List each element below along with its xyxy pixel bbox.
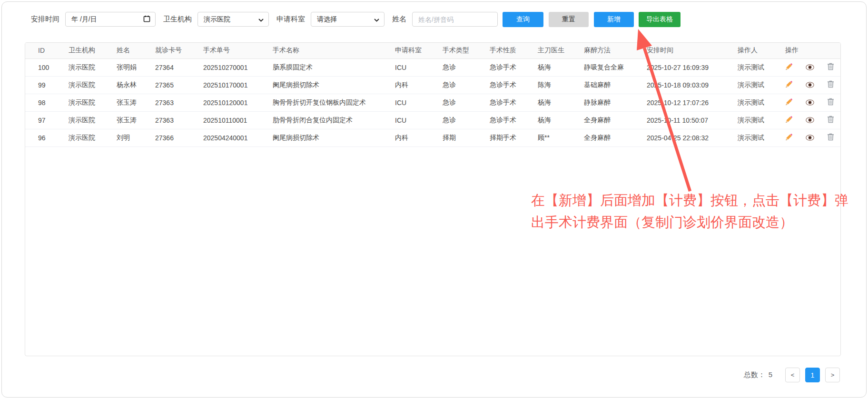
edit-icon[interactable]: [785, 116, 793, 123]
cell-org: 演示医院: [69, 76, 117, 94]
cell-surgeon: 杨海: [538, 58, 584, 76]
cell-actions: [785, 76, 841, 94]
annotation-text: 在【新增】后面增加【计费】按钮，点击【计费】弹出手术计费界面（复制门诊划价界面改…: [531, 189, 860, 233]
schedule-date-input[interactable]: 年 /月/日: [65, 12, 156, 27]
cell-order-no: 202510270001: [203, 58, 273, 76]
table-row: 99 演示医院 杨永林 27365 202510170001 阑尾病损切除术 内…: [25, 76, 841, 94]
edit-icon[interactable]: [785, 133, 793, 141]
dept-select[interactable]: 请选择: [311, 12, 385, 27]
delete-icon[interactable]: [827, 63, 834, 70]
cell-surgery-name: 肠系膜固定术: [273, 58, 395, 76]
cell-patient-name: 张玉涛: [117, 111, 155, 129]
cell-schedule-time: 2025-10-11 10:50:07: [647, 111, 738, 129]
cell-surgery-nature: 急诊手术: [490, 94, 538, 111]
cell-surgery-type: 急诊: [443, 94, 490, 111]
view-icon[interactable]: [806, 99, 814, 106]
cell-card-no: 27363: [155, 94, 203, 111]
table-row: 97 演示医院 张玉涛 27363 202510110001 肋骨骨折闭合复位内…: [25, 111, 841, 129]
cell-patient-name: 杨永林: [117, 76, 155, 94]
cell-anesthesia: 基础麻醉: [584, 76, 647, 94]
view-icon[interactable]: [806, 64, 814, 70]
column-header: ID: [25, 43, 69, 58]
view-icon[interactable]: [806, 82, 814, 88]
cell-card-no: 27364: [155, 58, 203, 76]
cell-surgery-name: 阑尾病损切除术: [273, 76, 395, 94]
cell-id: 98: [25, 94, 69, 111]
cell-operator: 演示测试: [738, 129, 785, 146]
delete-icon[interactable]: [827, 133, 834, 141]
cell-dept: ICU: [395, 94, 443, 111]
cell-surgery-nature: 急诊手术: [490, 58, 538, 76]
cell-order-no: 202504240001: [203, 129, 273, 146]
pagination: 总数：5 < 1 >: [744, 368, 840, 382]
cell-org: 演示医院: [69, 94, 117, 111]
cell-actions: [785, 129, 841, 146]
cell-anesthesia: 全身麻醉: [584, 111, 647, 129]
cell-schedule-time: 2025-10-18 09:03:09: [647, 76, 738, 94]
column-header: 手术单号: [203, 43, 273, 58]
cell-anesthesia: 静脉麻醉: [584, 94, 647, 111]
next-page-button[interactable]: >: [825, 368, 840, 382]
column-header: 操作: [785, 43, 841, 58]
prev-page-button[interactable]: <: [785, 368, 800, 382]
column-header: 姓名: [117, 43, 155, 58]
edit-icon[interactable]: [785, 98, 793, 106]
reset-button[interactable]: 重置: [549, 12, 589, 27]
cell-surgery-nature: 择期手术: [490, 129, 538, 146]
dept-select-value: 请选择: [317, 15, 337, 24]
calendar-icon[interactable]: [143, 15, 150, 24]
column-header: 申请科室: [395, 43, 443, 58]
cell-schedule-time: 2025-10-27 16:09:39: [647, 58, 738, 76]
column-header: 手术名称: [273, 43, 395, 58]
cell-org: 演示医院: [69, 58, 117, 76]
cell-operator: 演示测试: [738, 58, 785, 76]
cell-card-no: 27365: [155, 76, 203, 94]
page-1-button[interactable]: 1: [805, 368, 820, 382]
dept-label: 申请科室: [276, 15, 305, 24]
query-button[interactable]: 查询: [503, 12, 543, 27]
cell-operator: 演示测试: [738, 94, 785, 111]
cell-id: 99: [25, 76, 69, 94]
cell-actions: [785, 58, 841, 76]
cell-operator: 演示测试: [738, 111, 785, 129]
cell-surgeon: 顾**: [538, 129, 584, 146]
cell-order-no: 202510170001: [203, 76, 273, 94]
cell-id: 97: [25, 111, 69, 129]
delete-icon[interactable]: [827, 98, 834, 106]
cell-surgery-name: 肋骨骨折闭合复位内固定术: [273, 111, 395, 129]
cell-org: 演示医院: [69, 129, 117, 146]
column-header: 安排时间: [647, 43, 738, 58]
column-header: 手术类型: [443, 43, 490, 58]
cell-actions: [785, 111, 841, 129]
edit-icon[interactable]: [785, 80, 793, 88]
delete-icon[interactable]: [827, 116, 834, 123]
cell-surgeon: 杨海: [538, 111, 584, 129]
cell-dept: 内科: [395, 129, 443, 146]
cell-id: 100: [25, 58, 69, 76]
cell-surgery-type: 急诊: [443, 76, 490, 94]
view-icon[interactable]: [806, 135, 814, 141]
org-select[interactable]: 演示医院: [197, 12, 269, 27]
column-header: 操作人: [738, 43, 785, 58]
cell-patient-name: 张明娟: [117, 58, 155, 76]
cell-card-no: 27363: [155, 111, 203, 129]
column-header: 就诊卡号: [155, 43, 203, 58]
table-header-row: ID卫生机构姓名就诊卡号手术单号手术名称申请科室手术类型手术性质主刀医生麻醉方法…: [25, 43, 841, 58]
add-button[interactable]: 新增: [594, 12, 634, 27]
table-row: 100 演示医院 张明娟 27364 202510270001 肠系膜固定术 I…: [25, 58, 841, 76]
delete-icon[interactable]: [827, 80, 834, 88]
export-button[interactable]: 导出表格: [639, 12, 681, 27]
cell-dept: ICU: [395, 58, 443, 76]
total-count: 总数：5: [744, 370, 772, 380]
table-row: 96 演示医院 刘明 27366 202504240001 阑尾病损切除术 内科…: [25, 129, 841, 146]
name-input[interactable]: [412, 12, 498, 27]
cell-surgery-type: 急诊: [443, 58, 490, 76]
name-label: 姓名: [392, 15, 406, 24]
cell-schedule-time: 2025-10-12 17:07:26: [647, 94, 738, 111]
cell-surgery-name: 胸骨骨折切开复位钢板内固定术: [273, 94, 395, 111]
view-icon[interactable]: [806, 117, 814, 123]
edit-icon[interactable]: [785, 63, 793, 70]
column-header: 主刀医生: [538, 43, 584, 58]
cell-surgery-nature: 急诊手术: [490, 111, 538, 129]
table-row: 98 演示医院 张玉涛 27363 202510120001 胸骨骨折切开复位钢…: [25, 94, 841, 111]
